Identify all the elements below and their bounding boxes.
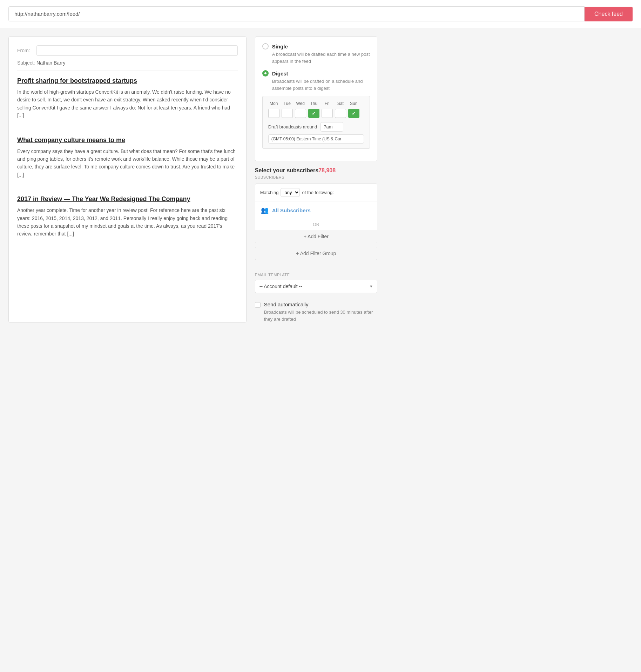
- post-excerpt-2: Every company says they have a great cul…: [17, 147, 238, 179]
- send-auto-checkbox[interactable]: [255, 302, 261, 308]
- single-option: Single A broadcast will be drafted each …: [262, 43, 370, 65]
- digest-label: Digest: [272, 71, 288, 76]
- post-excerpt-3: Another year complete. Time for another …: [17, 206, 238, 238]
- post-title-2[interactable]: What company culture means to me: [17, 137, 238, 144]
- day-label-tue: Tue: [282, 101, 293, 106]
- all-subscribers-row: 👥 All Subscribers: [255, 201, 377, 219]
- days-labels-row: Mon Tue Wed Thu Fri Sat Sun: [268, 101, 364, 106]
- day-check-sat[interactable]: [335, 109, 346, 118]
- post-excerpt-1: In the world of high-growth startups Con…: [17, 88, 238, 120]
- email-template-section: EMAIL TEMPLATE -- Account default --: [255, 273, 377, 293]
- send-auto-label: Send automatically: [264, 301, 377, 307]
- day-check-sun[interactable]: [348, 109, 359, 118]
- digest-desc: Broadcasts will be drafted on a schedule…: [272, 78, 370, 92]
- send-auto-desc: Broadcasts will be scheduled to send 30 …: [264, 309, 377, 322]
- single-desc: A broadcast will be drafted each time a …: [272, 51, 370, 65]
- template-select[interactable]: -- Account default --: [255, 280, 377, 293]
- subject-label: Subject:: [17, 60, 36, 66]
- post-title-1[interactable]: Profit sharing for bootstrapped startups: [17, 77, 238, 85]
- broadcast-type-group: Single A broadcast will be drafted each …: [255, 36, 377, 161]
- draft-time-input[interactable]: [320, 122, 343, 132]
- or-divider: OR: [255, 219, 377, 230]
- post-item-1: Profit sharing for bootstrapped startups…: [17, 77, 238, 128]
- subscribers-sub: SUBSCRIBERS: [255, 175, 377, 179]
- feed-url-input[interactable]: [8, 6, 585, 21]
- subscribers-section: Select your subscribers78,908 SUBSCRIBER…: [255, 167, 377, 267]
- day-label-wed: Wed: [295, 101, 306, 106]
- day-check-thu[interactable]: [308, 109, 319, 118]
- from-select[interactable]: [36, 45, 238, 56]
- matching-row: Matching any of the following:: [255, 184, 377, 201]
- day-check-tue[interactable]: [282, 109, 293, 118]
- from-row: From:: [17, 45, 238, 56]
- main-layout: From: Subject: Nathan Barry Profit shari…: [0, 28, 386, 331]
- from-label: From:: [17, 48, 36, 53]
- send-auto-section: Send automatically Broadcasts will be sc…: [255, 299, 377, 322]
- filter-box: Matching any of the following: 👥 All Sub…: [255, 184, 377, 243]
- post-title-3[interactable]: 2017 in Review — The Year We Redesigned …: [17, 195, 238, 203]
- day-label-sat: Sat: [335, 101, 346, 106]
- day-label-sun: Sun: [348, 101, 359, 106]
- people-icon: 👥: [261, 206, 269, 214]
- all-subscribers-label[interactable]: All Subscribers: [272, 207, 311, 213]
- days-grid: Mon Tue Wed Thu Fri Sat Sun: [262, 96, 370, 149]
- matching-select[interactable]: any: [281, 188, 300, 197]
- day-label-fri: Fri: [322, 101, 333, 106]
- single-radio[interactable]: [262, 43, 269, 49]
- days-checks-row: [268, 109, 364, 118]
- settings-panel: Single A broadcast will be drafted each …: [255, 36, 377, 322]
- subscribers-title-text: Select your subscribers: [255, 167, 318, 174]
- subject-row: Subject: Nathan Barry: [17, 60, 238, 71]
- digest-option: Digest Broadcasts will be drafted on a s…: [262, 70, 370, 149]
- draft-time-row: Draft broadcasts around: [268, 122, 364, 132]
- draft-around-label: Draft broadcasts around: [268, 124, 317, 129]
- following-label: of the following:: [302, 190, 333, 195]
- post-item-3: 2017 in Review — The Year We Redesigned …: [17, 195, 238, 246]
- top-bar: Check feed: [0, 0, 641, 28]
- email-template-label: EMAIL TEMPLATE: [255, 273, 377, 277]
- send-auto-text-group: Send automatically Broadcasts will be sc…: [264, 301, 377, 322]
- timezone-input[interactable]: [268, 134, 364, 144]
- day-label-mon: Mon: [268, 101, 279, 106]
- day-check-fri[interactable]: [322, 109, 333, 118]
- post-item-2: What company culture means to me Every c…: [17, 137, 238, 187]
- day-check-wed[interactable]: [295, 109, 306, 118]
- check-feed-button[interactable]: Check feed: [585, 7, 633, 21]
- digest-radio[interactable]: [262, 70, 269, 76]
- subject-value: Nathan Barry: [36, 60, 65, 66]
- subscribers-title: Select your subscribers78,908: [255, 167, 377, 174]
- email-preview-panel: From: Subject: Nathan Barry Profit shari…: [8, 36, 247, 322]
- add-filter-group-button[interactable]: + Add Filter Group: [255, 247, 377, 260]
- subscriber-count: 78,908: [318, 167, 336, 174]
- matching-label: Matching: [260, 190, 279, 195]
- day-label-thu: Thu: [308, 101, 319, 106]
- day-check-mon[interactable]: [268, 109, 279, 118]
- add-filter-button[interactable]: + Add Filter: [255, 230, 377, 243]
- template-select-wrapper: -- Account default --: [255, 280, 377, 293]
- single-label: Single: [272, 44, 288, 49]
